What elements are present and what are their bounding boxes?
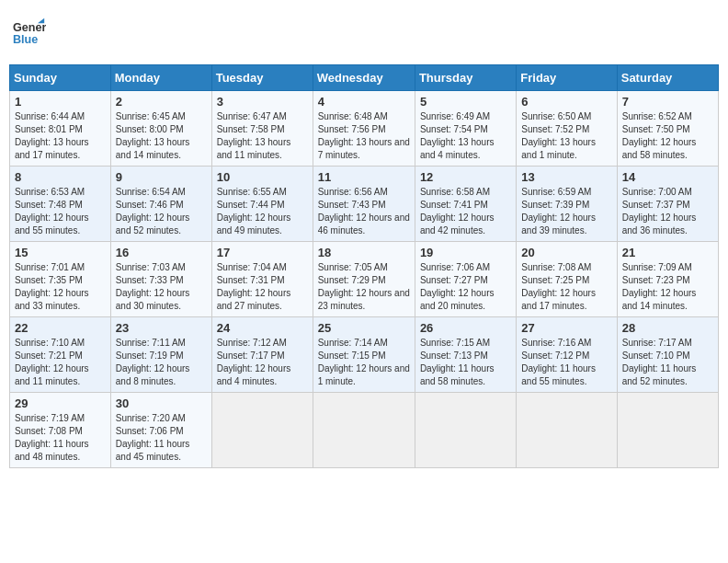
col-header-thursday: Thursday <box>415 65 516 91</box>
calendar-cell: 29 Sunrise: 7:19 AM Sunset: 7:08 PM Dayl… <box>10 393 111 468</box>
cell-content: Sunrise: 6:59 AM Sunset: 7:39 PM Dayligh… <box>521 186 611 237</box>
cell-content: Sunrise: 7:08 AM Sunset: 7:25 PM Dayligh… <box>521 261 611 313</box>
week-row-5: 29 Sunrise: 7:19 AM Sunset: 7:08 PM Dayl… <box>10 393 719 468</box>
day-number: 23 <box>116 321 207 335</box>
col-header-monday: Monday <box>110 65 211 91</box>
svg-text:Blue: Blue <box>13 33 38 46</box>
calendar-cell <box>313 393 415 468</box>
cell-content: Sunrise: 6:53 AM Sunset: 7:48 PM Dayligh… <box>15 186 106 237</box>
calendar-cell: 28 Sunrise: 7:17 AM Sunset: 7:10 PM Dayl… <box>617 317 718 393</box>
calendar-cell: 19 Sunrise: 7:06 AM Sunset: 7:27 PM Dayl… <box>415 242 516 317</box>
calendar-cell: 21 Sunrise: 7:09 AM Sunset: 7:23 PM Dayl… <box>617 242 718 317</box>
cell-content: Sunrise: 7:04 AM Sunset: 7:31 PM Dayligh… <box>217 261 308 313</box>
day-number: 2 <box>116 95 207 109</box>
calendar-cell <box>517 393 617 468</box>
day-number: 9 <box>116 170 207 184</box>
calendar-cell: 22 Sunrise: 7:10 AM Sunset: 7:21 PM Dayl… <box>10 317 111 393</box>
day-number: 6 <box>521 95 611 109</box>
cell-content: Sunrise: 6:44 AM Sunset: 8:01 PM Dayligh… <box>15 110 106 162</box>
cell-content: Sunrise: 6:52 AM Sunset: 7:50 PM Dayligh… <box>622 110 713 162</box>
day-number: 11 <box>318 170 410 184</box>
day-number: 16 <box>116 246 207 259</box>
col-header-tuesday: Tuesday <box>211 65 313 91</box>
day-number: 4 <box>318 95 410 109</box>
calendar-cell: 16 Sunrise: 7:03 AM Sunset: 7:33 PM Dayl… <box>110 242 211 317</box>
calendar-cell <box>617 393 718 468</box>
cell-content: Sunrise: 6:49 AM Sunset: 7:54 PM Dayligh… <box>420 110 511 162</box>
cell-content: Sunrise: 6:45 AM Sunset: 8:00 PM Dayligh… <box>116 110 207 162</box>
calendar-cell: 2 Sunrise: 6:45 AM Sunset: 8:00 PM Dayli… <box>110 91 211 167</box>
cell-content: Sunrise: 7:19 AM Sunset: 7:08 PM Dayligh… <box>15 412 106 464</box>
logo: General Blue <box>13 17 46 50</box>
day-number: 22 <box>15 321 106 335</box>
day-number: 27 <box>521 321 611 335</box>
calendar-cell: 14 Sunrise: 7:00 AM Sunset: 7:37 PM Dayl… <box>617 167 718 242</box>
day-number: 8 <box>15 170 106 184</box>
cell-content: Sunrise: 7:00 AM Sunset: 7:37 PM Dayligh… <box>622 186 713 237</box>
calendar-cell: 20 Sunrise: 7:08 AM Sunset: 7:25 PM Dayl… <box>517 242 617 317</box>
calendar-cell: 6 Sunrise: 6:50 AM Sunset: 7:52 PM Dayli… <box>517 91 617 167</box>
day-number: 14 <box>622 170 713 184</box>
day-number: 30 <box>116 396 207 410</box>
cell-content: Sunrise: 7:06 AM Sunset: 7:27 PM Dayligh… <box>420 261 511 313</box>
cell-content: Sunrise: 6:55 AM Sunset: 7:44 PM Dayligh… <box>217 186 308 237</box>
cell-content: Sunrise: 6:56 AM Sunset: 7:43 PM Dayligh… <box>318 186 410 237</box>
cell-content: Sunrise: 6:54 AM Sunset: 7:46 PM Dayligh… <box>116 186 207 237</box>
calendar-cell: 9 Sunrise: 6:54 AM Sunset: 7:46 PM Dayli… <box>110 167 211 242</box>
day-number: 20 <box>521 246 611 259</box>
day-number: 12 <box>420 170 511 184</box>
calendar-cell: 5 Sunrise: 6:49 AM Sunset: 7:54 PM Dayli… <box>415 91 516 167</box>
day-number: 5 <box>420 95 511 109</box>
day-number: 19 <box>420 246 511 259</box>
page-header: General Blue <box>9 9 719 57</box>
calendar-cell: 13 Sunrise: 6:59 AM Sunset: 7:39 PM Dayl… <box>517 167 617 242</box>
col-header-wednesday: Wednesday <box>313 65 415 91</box>
calendar-cell: 3 Sunrise: 6:47 AM Sunset: 7:58 PM Dayli… <box>211 91 313 167</box>
week-row-2: 8 Sunrise: 6:53 AM Sunset: 7:48 PM Dayli… <box>10 167 719 242</box>
logo-icon: General Blue <box>13 17 46 50</box>
cell-content: Sunrise: 7:12 AM Sunset: 7:17 PM Dayligh… <box>217 337 308 388</box>
day-number: 7 <box>622 95 713 109</box>
calendar-cell: 4 Sunrise: 6:48 AM Sunset: 7:56 PM Dayli… <box>313 91 415 167</box>
col-header-sunday: Sunday <box>10 65 111 91</box>
calendar-table: SundayMondayTuesdayWednesdayThursdayFrid… <box>9 64 719 468</box>
cell-content: Sunrise: 7:11 AM Sunset: 7:19 PM Dayligh… <box>116 337 207 388</box>
day-number: 18 <box>318 246 410 259</box>
calendar-cell: 26 Sunrise: 7:15 AM Sunset: 7:13 PM Dayl… <box>415 317 516 393</box>
cell-content: Sunrise: 7:10 AM Sunset: 7:21 PM Dayligh… <box>15 337 106 388</box>
cell-content: Sunrise: 7:15 AM Sunset: 7:13 PM Dayligh… <box>420 337 511 388</box>
cell-content: Sunrise: 7:05 AM Sunset: 7:29 PM Dayligh… <box>318 261 410 313</box>
calendar-cell: 1 Sunrise: 6:44 AM Sunset: 8:01 PM Dayli… <box>10 91 111 167</box>
week-row-1: 1 Sunrise: 6:44 AM Sunset: 8:01 PM Dayli… <box>10 91 719 167</box>
day-number: 17 <box>217 246 308 259</box>
calendar-cell: 7 Sunrise: 6:52 AM Sunset: 7:50 PM Dayli… <box>617 91 718 167</box>
calendar-cell: 27 Sunrise: 7:16 AM Sunset: 7:12 PM Dayl… <box>517 317 617 393</box>
calendar-cell: 15 Sunrise: 7:01 AM Sunset: 7:35 PM Dayl… <box>10 242 111 317</box>
calendar-cell: 25 Sunrise: 7:14 AM Sunset: 7:15 PM Dayl… <box>313 317 415 393</box>
calendar-cell <box>211 393 313 468</box>
col-header-friday: Friday <box>517 65 617 91</box>
day-number: 3 <box>217 95 308 109</box>
cell-content: Sunrise: 6:48 AM Sunset: 7:56 PM Dayligh… <box>318 110 410 162</box>
day-number: 25 <box>318 321 410 335</box>
cell-content: Sunrise: 7:20 AM Sunset: 7:06 PM Dayligh… <box>116 412 207 464</box>
day-number: 10 <box>217 170 308 184</box>
calendar-cell: 10 Sunrise: 6:55 AM Sunset: 7:44 PM Dayl… <box>211 167 313 242</box>
day-number: 29 <box>15 396 106 410</box>
cell-content: Sunrise: 7:16 AM Sunset: 7:12 PM Dayligh… <box>521 337 611 388</box>
cell-content: Sunrise: 7:17 AM Sunset: 7:10 PM Dayligh… <box>622 337 713 388</box>
week-row-4: 22 Sunrise: 7:10 AM Sunset: 7:21 PM Dayl… <box>10 317 719 393</box>
day-number: 28 <box>622 321 713 335</box>
day-number: 26 <box>420 321 511 335</box>
day-number: 21 <box>622 246 713 259</box>
day-number: 1 <box>15 95 106 109</box>
day-number: 15 <box>15 246 106 259</box>
cell-content: Sunrise: 7:03 AM Sunset: 7:33 PM Dayligh… <box>116 261 207 313</box>
day-number: 24 <box>217 321 308 335</box>
cell-content: Sunrise: 7:01 AM Sunset: 7:35 PM Dayligh… <box>15 261 106 313</box>
calendar-cell: 12 Sunrise: 6:58 AM Sunset: 7:41 PM Dayl… <box>415 167 516 242</box>
cell-content: Sunrise: 6:58 AM Sunset: 7:41 PM Dayligh… <box>420 186 511 237</box>
cell-content: Sunrise: 6:50 AM Sunset: 7:52 PM Dayligh… <box>521 110 611 162</box>
cell-content: Sunrise: 6:47 AM Sunset: 7:58 PM Dayligh… <box>217 110 308 162</box>
week-row-3: 15 Sunrise: 7:01 AM Sunset: 7:35 PM Dayl… <box>10 242 719 317</box>
